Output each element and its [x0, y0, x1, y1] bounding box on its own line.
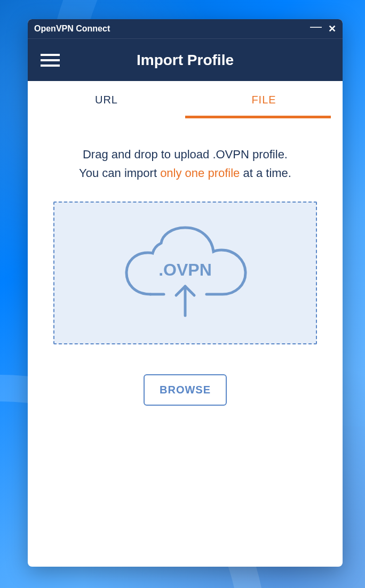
tab-url[interactable]: URL [28, 81, 185, 118]
instruction-highlight: only one profile [160, 166, 240, 180]
instruction-line1: Drag and drop to upload .OVPN profile. [83, 148, 288, 161]
hamburger-icon[interactable] [41, 54, 60, 67]
tab-file[interactable]: FILE [185, 81, 343, 118]
instructions-text: Drag and drop to upload .OVPN profile. Y… [53, 145, 317, 182]
browse-button[interactable]: BROWSE [144, 374, 227, 406]
minimize-icon[interactable]: — [310, 21, 322, 37]
content-area: Drag and drop to upload .OVPN profile. Y… [28, 118, 343, 406]
instruction-line2-after: at a time. [240, 166, 291, 180]
header: Import Profile [28, 38, 343, 81]
cloud-upload-icon: .OVPN [118, 225, 252, 321]
window-title: OpenVPN Connect [34, 24, 110, 34]
svg-text:.OVPN: .OVPN [158, 260, 212, 279]
file-dropzone[interactable]: .OVPN [53, 202, 317, 344]
window-controls: — ✕ [310, 21, 336, 37]
titlebar: OpenVPN Connect — ✕ [28, 19, 343, 38]
instruction-line2-before: You can import [79, 166, 160, 180]
app-window: OpenVPN Connect — ✕ Import Profile URL F… [28, 19, 343, 567]
page-title: Import Profile [28, 52, 343, 69]
tabs: URL FILE [28, 81, 343, 118]
close-icon[interactable]: ✕ [328, 24, 336, 34]
